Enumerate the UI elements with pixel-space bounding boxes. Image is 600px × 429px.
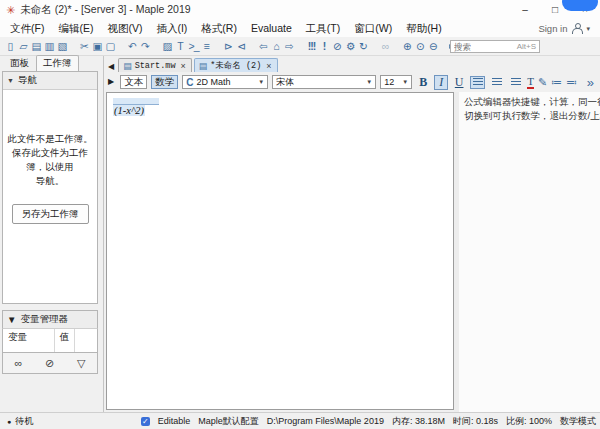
interrupt-icon[interactable]: ⊘ bbox=[331, 38, 344, 55]
zoom-reset-icon[interactable]: ⊙ bbox=[414, 38, 427, 55]
document-tab[interactable]: ▤ Start.mw × bbox=[118, 58, 192, 72]
font-size-select[interactable]: 12 ▼ bbox=[380, 75, 412, 89]
menu-item[interactable]: 插入(I) bbox=[149, 20, 194, 37]
zoom-in-icon[interactable]: ⊕ bbox=[401, 38, 414, 55]
minimize-button[interactable]: – bbox=[510, 0, 540, 20]
math-style-icon: C bbox=[186, 77, 193, 88]
window-title: 未命名 (2)* - [Server 3] - Maple 2019 bbox=[20, 3, 190, 17]
menu-item[interactable]: 视图(V) bbox=[100, 20, 149, 37]
document-icon: ▤ bbox=[199, 61, 208, 71]
chevron-down-icon[interactable]: ▼ bbox=[366, 79, 372, 85]
align-right-button[interactable] bbox=[508, 76, 523, 89]
status-bar-right: ✓ Editable Maple默认配置 D:\Program Files\Ma… bbox=[104, 415, 600, 428]
execute-icon[interactable]: ! bbox=[318, 38, 331, 55]
back-icon[interactable]: ⇦ bbox=[257, 38, 270, 55]
collapse-triangle-icon[interactable]: ▼ bbox=[7, 314, 16, 325]
search-box: Alt+S bbox=[450, 40, 540, 53]
open-file-icon[interactable]: ▱ bbox=[17, 38, 30, 55]
highlight-pen-icon[interactable]: ✎ bbox=[538, 76, 547, 89]
chevron-down-icon[interactable]: ▼ bbox=[258, 79, 264, 85]
forward-icon[interactable]: ⇨ bbox=[283, 38, 296, 55]
navigation-header-label: 导航 bbox=[18, 74, 37, 87]
copy-icon[interactable]: ▣ bbox=[91, 38, 104, 55]
editable-checkbox[interactable]: ✓ bbox=[141, 417, 150, 426]
new-document-icon[interactable]: ▯ bbox=[4, 38, 17, 55]
home-icon[interactable]: ⌂ bbox=[270, 38, 283, 55]
indent-icon[interactable]: ⊳ bbox=[222, 38, 235, 55]
close-tab-icon[interactable]: × bbox=[180, 61, 185, 71]
print-preview-icon[interactable]: ▧ bbox=[56, 38, 69, 55]
variable-table-column: 值 bbox=[55, 329, 76, 352]
align-center-button[interactable] bbox=[489, 76, 504, 89]
install-path: D:\Program Files\Maple 2019 bbox=[267, 416, 384, 426]
hyperlink-icon[interactable]: ∞ bbox=[379, 38, 392, 55]
font-color-button[interactable]: T bbox=[527, 76, 534, 89]
text-mode-button[interactable]: 文本 bbox=[120, 75, 147, 89]
align-right-icon bbox=[511, 78, 521, 86]
tab-scroll-left-icon[interactable]: ◀ bbox=[106, 62, 116, 72]
document-tab[interactable]: ▤ *未命名 (2) × bbox=[194, 58, 278, 72]
font-select[interactable]: 宋体 ▼ bbox=[272, 75, 376, 89]
collapse-triangle-icon[interactable]: ▼ bbox=[7, 77, 14, 84]
insert-plot-icon[interactable]: ▨ bbox=[161, 38, 174, 55]
bold-button[interactable]: B bbox=[416, 75, 430, 90]
print-icon[interactable]: ▥ bbox=[43, 38, 56, 55]
document-icon: ▤ bbox=[123, 61, 132, 71]
insert-prompt-icon[interactable]: >_ bbox=[187, 38, 200, 55]
user-icon[interactable] bbox=[571, 23, 582, 34]
panel-expand-icon[interactable]: ▶ bbox=[106, 77, 116, 87]
align-left-button[interactable] bbox=[470, 76, 485, 89]
execute-all-icon[interactable]: !!! bbox=[305, 38, 318, 55]
cut-icon[interactable]: ✂ bbox=[78, 38, 91, 55]
save-as-workbook-button[interactable]: 另存为工作簿 bbox=[12, 204, 89, 224]
profile-label: Maple默认配置 bbox=[198, 415, 259, 428]
save-icon[interactable]: ▤ bbox=[30, 38, 43, 55]
filter-icon[interactable]: ▽ bbox=[77, 357, 85, 370]
bullet-list-icon[interactable]: ≔ bbox=[551, 76, 562, 89]
navigation-header[interactable]: ▼ 导航 bbox=[3, 72, 97, 90]
close-tab-icon[interactable]: × bbox=[266, 61, 271, 71]
infinity-icon[interactable]: ∞ bbox=[14, 357, 22, 369]
outdent-icon[interactable]: ⊲ bbox=[235, 38, 248, 55]
numbered-list-icon[interactable]: ≕ bbox=[566, 76, 577, 89]
style-select[interactable]: C 2D Math ▼ bbox=[182, 75, 268, 89]
math-expression[interactable]: (1-x^2) bbox=[113, 105, 145, 116]
overlay-badge bbox=[562, 0, 598, 11]
insert-text-icon[interactable]: T bbox=[174, 38, 187, 55]
navigation-message: 此文件不是工作簿。保存此文件为工作簿，以使用导航。 bbox=[3, 132, 97, 188]
sidebar-tab[interactable]: 面板 bbox=[4, 56, 35, 71]
main-area: ◀ ▤ Start.mw × ▤ *未命名 (2) × bbox=[104, 56, 600, 412]
more-tools-button[interactable]: » bbox=[587, 75, 594, 90]
math-mode-button[interactable]: 数学 bbox=[151, 75, 178, 89]
navigation-panel: ▼ 导航 此文件不是工作簿。保存此文件为工作簿，以使用导航。 另存为工作簿 bbox=[2, 71, 98, 304]
menu-item[interactable]: 窗口(W) bbox=[347, 20, 399, 37]
zoom-out-icon[interactable]: ⊖ bbox=[427, 38, 440, 55]
sidebar-tab[interactable]: 工作簿 bbox=[36, 55, 79, 71]
title-bar: ✳ 未命名 (2)* - [Server 3] - Maple 2019 – □… bbox=[0, 0, 600, 20]
chevron-down-icon[interactable]: ▾ bbox=[586, 25, 590, 33]
variable-table-header: 变量值 bbox=[2, 329, 98, 353]
underline-button[interactable]: U bbox=[452, 75, 466, 90]
debug-icon[interactable]: ⚙ bbox=[344, 38, 357, 55]
italic-button[interactable]: I bbox=[434, 75, 448, 90]
restart-icon[interactable]: ↻ bbox=[357, 38, 370, 55]
search-input[interactable] bbox=[451, 42, 517, 52]
redo-icon[interactable]: ↷ bbox=[139, 38, 152, 55]
menu-item[interactable]: 帮助(H) bbox=[399, 20, 449, 37]
chevron-down-icon[interactable]: ▼ bbox=[402, 79, 408, 85]
insert-section-icon[interactable]: ≡ bbox=[200, 38, 213, 55]
worksheet-canvas[interactable]: (1-x^2) bbox=[106, 92, 454, 410]
navigation-message-line: 导航。 bbox=[3, 174, 97, 188]
menu-item[interactable]: 格式(R) bbox=[194, 20, 244, 37]
menu-item[interactable]: 编辑(E) bbox=[51, 20, 100, 37]
menu-item[interactable]: Evaluate bbox=[244, 20, 299, 37]
kernel-status-label: 待机 bbox=[15, 415, 33, 428]
sign-in-link[interactable]: Sign in bbox=[538, 23, 567, 34]
content-area: (1-x^2) 公式编辑器快捷键，计算，同一行显示计算结果切换到可执行数学，退出… bbox=[104, 92, 600, 412]
menu-item[interactable]: 文件(F) bbox=[3, 20, 51, 37]
variable-manager-header[interactable]: ▼ 变量管理器 bbox=[2, 310, 98, 329]
paste-icon[interactable]: ▢ bbox=[104, 38, 117, 55]
undo-icon[interactable]: ↶ bbox=[126, 38, 139, 55]
hide-variable-icon[interactable]: ⊘ bbox=[45, 357, 54, 370]
menu-item[interactable]: 工具(T) bbox=[299, 20, 347, 37]
